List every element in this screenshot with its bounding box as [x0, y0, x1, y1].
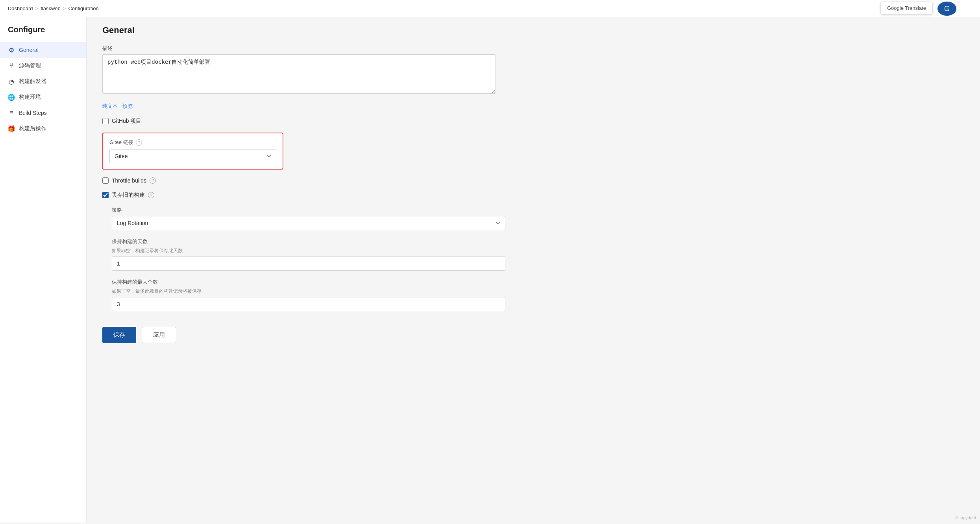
breadcrumb: Dashboard > flaskweb > Configuration Goo…	[0, 0, 980, 17]
footer-buttons: 保存 应用	[102, 319, 964, 351]
section-title: General	[102, 17, 964, 45]
keep-max-input[interactable]: 3	[112, 297, 505, 311]
keep-max-group: 保持构建的最大个数 如果非空，最多此数目的构建记录将被保存 3	[112, 279, 964, 311]
strategy-label: 策略	[112, 207, 964, 214]
discard-builds-row: 丢弃旧的构建 ?	[102, 192, 964, 199]
throttle-builds-checkbox[interactable]	[102, 177, 109, 184]
gitee-select[interactable]: Gitee	[109, 149, 276, 163]
sidebar-item-general[interactable]: ⚙ General	[0, 42, 86, 58]
throttle-builds-help-icon[interactable]: ?	[150, 177, 156, 184]
github-project-checkbox[interactable]	[102, 118, 109, 124]
github-project-row: GitHub 项目	[102, 118, 964, 125]
breadcrumb-sep-2: >	[63, 6, 66, 11]
plain-text-link[interactable]: 纯文本	[102, 103, 118, 110]
sidebar-label-general: General	[19, 47, 39, 53]
app-layout: Configure ⚙ General ⑂ 源码管理 ◔ 构建触发器 🌐 构建环…	[0, 17, 980, 522]
sidebar-label-source: 源码管理	[19, 62, 41, 69]
sidebar-item-source[interactable]: ⑂ 源码管理	[0, 58, 86, 74]
google-translate-label: Google Translate	[887, 5, 926, 11]
text-links-row: 纯文本 预览	[102, 103, 964, 110]
source-icon: ⑂	[8, 62, 15, 69]
description-group: 描述 python web项目docker自动化简单部署	[102, 45, 964, 95]
discard-builds-checkbox[interactable]	[102, 192, 109, 198]
env-icon: 🌐	[8, 94, 15, 101]
keep-days-group: 保持构建的天数 如果非空，构建记录将保存此天数 1	[112, 238, 964, 271]
translate-button[interactable]: G	[937, 2, 956, 16]
sidebar-title: Configure	[0, 25, 86, 42]
strategy-select[interactable]: Log Rotation	[112, 216, 505, 230]
keep-days-input[interactable]: 1	[112, 256, 505, 271]
breadcrumb-current: Configuration	[68, 6, 98, 11]
google-translate-bar: Google Translate	[880, 2, 933, 15]
throttle-builds-row: Throttle builds ?	[102, 177, 964, 184]
discard-builds-label: 丢弃旧的构建	[112, 192, 145, 199]
keep-max-sub-label: 如果非空，最多此数目的构建记录将被保存	[112, 288, 964, 295]
throttle-builds-label: Throttle builds	[112, 177, 146, 184]
breadcrumb-sep-1: >	[35, 6, 39, 11]
sidebar: Configure ⚙ General ⑂ 源码管理 ◔ 构建触发器 🌐 构建环…	[0, 17, 87, 522]
discard-builds-help-icon[interactable]: ?	[148, 192, 154, 198]
github-project-label: GitHub 项目	[112, 118, 141, 125]
main-content: General 描述 python web项目docker自动化简单部署 纯文本…	[87, 17, 980, 522]
sidebar-label-steps: Build Steps	[19, 110, 47, 116]
steps-icon: ≡	[8, 109, 15, 116]
preview-link[interactable]: 预览	[122, 103, 133, 110]
description-label: 描述	[102, 45, 964, 52]
description-textarea[interactable]: python web项目docker自动化简单部署	[102, 54, 496, 94]
sidebar-item-post[interactable]: 🎁 构建后操作	[0, 121, 86, 137]
gitee-label: Gitee 链接 ?	[109, 139, 276, 146]
strategy-group: 策略 Log Rotation	[112, 207, 964, 230]
trigger-icon: ◔	[8, 78, 15, 85]
sidebar-item-steps[interactable]: ≡ Build Steps	[0, 105, 86, 121]
watermark: ©copyright	[955, 515, 976, 520]
keep-days-label: 保持构建的天数	[112, 238, 964, 245]
keep-max-label: 保持构建的最大个数	[112, 279, 964, 286]
sidebar-item-env[interactable]: 🌐 构建环境	[0, 89, 86, 105]
post-icon: 🎁	[8, 125, 15, 132]
apply-button[interactable]: 应用	[142, 327, 176, 343]
sidebar-label-post: 构建后操作	[19, 125, 46, 132]
gear-icon: ⚙	[8, 46, 15, 54]
sidebar-item-trigger[interactable]: ◔ 构建触发器	[0, 74, 86, 89]
keep-days-sub-label: 如果非空，构建记录将保存此天数	[112, 247, 964, 254]
gitee-section: Gitee 链接 ? Gitee	[102, 133, 283, 170]
breadcrumb-dashboard[interactable]: Dashboard	[8, 6, 33, 11]
sidebar-label-env: 构建环境	[19, 94, 41, 101]
breadcrumb-flaskweb[interactable]: flaskweb	[41, 6, 61, 11]
sidebar-label-trigger: 构建触发器	[19, 78, 46, 85]
save-button[interactable]: 保存	[102, 327, 136, 343]
discard-section: 策略 Log Rotation 保持构建的天数 如果非空，构建记录将保存此天数 …	[112, 207, 964, 311]
gitee-help-icon[interactable]: ?	[136, 139, 142, 146]
